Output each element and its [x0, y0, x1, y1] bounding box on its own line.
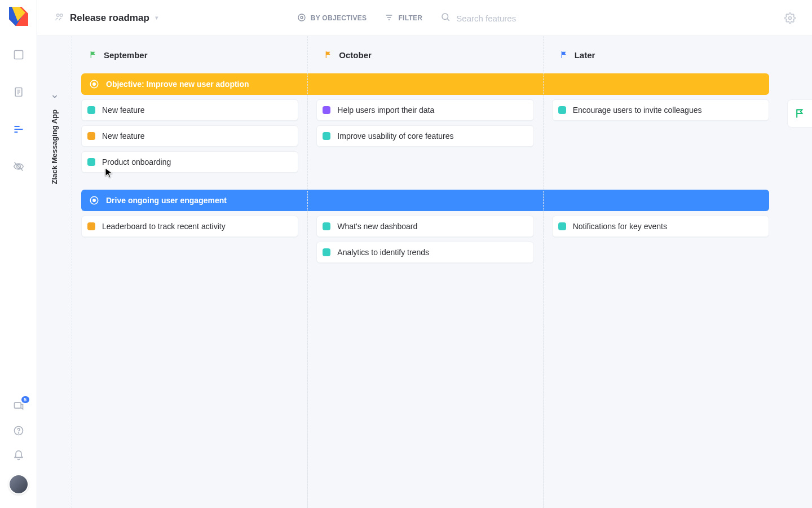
chevron-down-icon: ▾	[155, 14, 158, 21]
objective-icon	[89, 195, 99, 205]
svg-line-25	[448, 19, 449, 20]
svg-point-27	[93, 83, 96, 86]
lane-column: New feature New feature Product onboardi…	[72, 99, 307, 173]
feature-card[interactable]: New feature	[81, 99, 298, 121]
card-title: What's new dashboard	[337, 222, 417, 231]
card-title: New feature	[102, 106, 144, 115]
board-title: Release roadmap	[70, 12, 149, 24]
svg-point-24	[442, 14, 448, 20]
card-title: Notifications for key events	[573, 222, 667, 231]
board-settings-icon[interactable]	[784, 12, 796, 24]
feature-card[interactable]: New feature	[81, 125, 298, 147]
feature-card[interactable]: Encourage users to invite colleagues	[552, 99, 769, 121]
card-title: Product onboarding	[102, 157, 171, 167]
feature-card[interactable]: Notifications for key events	[552, 216, 769, 237]
feedback-badge-count: 5	[21, 396, 29, 403]
card-color-swatch	[87, 158, 95, 166]
roadmap-board: September October Later Objective: Impro…	[72, 36, 812, 508]
swimlane-label: Objective: Improve new user adoption	[106, 80, 249, 89]
lane-column: What's new dashboard Analytics to identi…	[307, 216, 542, 263]
feature-card[interactable]: Improve usability of core features	[316, 125, 533, 147]
card-color-swatch	[87, 132, 95, 140]
nav-docs-icon[interactable]	[12, 86, 25, 98]
lane-column: Encourage users to invite colleagues	[543, 99, 778, 173]
card-color-swatch	[87, 222, 95, 230]
feature-card[interactable]: Product onboarding	[81, 151, 298, 173]
column-header[interactable]: October	[307, 36, 542, 73]
swimlane-label: Drive ongoing user engagement	[106, 196, 227, 205]
card-title: New feature	[102, 132, 144, 141]
card-color-swatch	[323, 248, 330, 256]
column-flag-icon	[324, 50, 333, 59]
column-flag-icon	[89, 50, 98, 59]
lane-column: Leaderboard to track recent activity	[72, 216, 307, 263]
product-name-vertical: Zlack Messaging App	[50, 110, 59, 184]
product-pane-collapse[interactable]	[51, 93, 59, 102]
card-color-swatch	[558, 106, 566, 114]
card-title: Help users import their data	[337, 106, 434, 115]
left-navigation-rail: 5	[0, 0, 37, 508]
card-color-swatch	[558, 222, 566, 230]
svg-point-19	[298, 14, 305, 21]
board-switcher[interactable]: Release roadmap ▾	[54, 12, 158, 24]
feature-card[interactable]: Analytics to identify trends	[316, 242, 533, 263]
card-color-swatch	[323, 132, 330, 140]
nav-help-icon[interactable]	[12, 424, 25, 437]
column-title: October	[339, 50, 372, 60]
card-color-swatch	[323, 106, 330, 114]
swimlane-header[interactable]: Drive ongoing user engagement	[81, 190, 769, 211]
group-by-label: BY OBJECTIVES	[311, 14, 367, 22]
feature-card[interactable]: Help users import their data	[316, 99, 533, 121]
nav-boards-icon[interactable]	[12, 49, 25, 61]
feature-card[interactable]: What's new dashboard	[316, 216, 533, 237]
nav-feedback-icon[interactable]: 5	[12, 400, 25, 412]
filter-label: FILTER	[398, 14, 422, 22]
lane-column: Help users import their data Improve usa…	[307, 99, 542, 173]
column-header[interactable]: Later	[543, 36, 778, 73]
card-color-swatch	[323, 222, 330, 230]
filter-icon	[385, 13, 394, 24]
group-by-objectives-button[interactable]: BY OBJECTIVES	[297, 13, 367, 24]
svg-point-18	[789, 16, 792, 19]
svg-point-15	[18, 433, 19, 433]
svg-point-20	[301, 16, 303, 19]
nav-insights-icon[interactable]	[12, 160, 25, 173]
column-title: Later	[575, 50, 595, 60]
feature-card[interactable]: Leaderboard to track recent activity	[81, 216, 298, 237]
app-logo[interactable]	[9, 7, 28, 26]
card-title: Encourage users to invite colleagues	[573, 106, 702, 115]
lane-column: Notifications for key events	[543, 216, 778, 263]
board-switcher-icon	[54, 12, 64, 24]
top-bar: Release roadmap ▾	[37, 0, 812, 36]
filter-button[interactable]: FILTER	[385, 13, 422, 24]
nav-notifications-icon[interactable]	[12, 449, 25, 462]
user-avatar[interactable]	[8, 474, 29, 494]
milestones-tab[interactable]	[787, 99, 812, 128]
svg-point-16	[57, 14, 60, 16]
svg-rect-3	[14, 51, 23, 59]
svg-point-17	[60, 14, 63, 16]
column-title: September	[104, 50, 148, 60]
column-flag-icon	[560, 50, 569, 59]
objective-icon	[89, 79, 99, 89]
search-icon	[440, 12, 451, 24]
target-icon	[297, 13, 306, 24]
column-header[interactable]: September	[72, 36, 307, 73]
svg-rect-13	[14, 402, 21, 408]
card-title: Leaderboard to track recent activity	[102, 222, 226, 231]
product-pane: Zlack Messaging App	[37, 36, 72, 508]
search-wrap	[440, 12, 552, 24]
search-input[interactable]	[456, 14, 552, 23]
mouse-cursor	[105, 168, 113, 178]
card-title: Analytics to identify trends	[337, 248, 429, 257]
card-title: Improve usability of core features	[337, 132, 453, 141]
columns-header: September October Later	[72, 36, 778, 73]
nav-roadmap-icon[interactable]	[12, 123, 25, 135]
swimlane-header[interactable]: Objective: Improve new user adoption	[81, 73, 769, 95]
card-color-swatch	[87, 106, 95, 114]
svg-point-29	[93, 199, 96, 202]
